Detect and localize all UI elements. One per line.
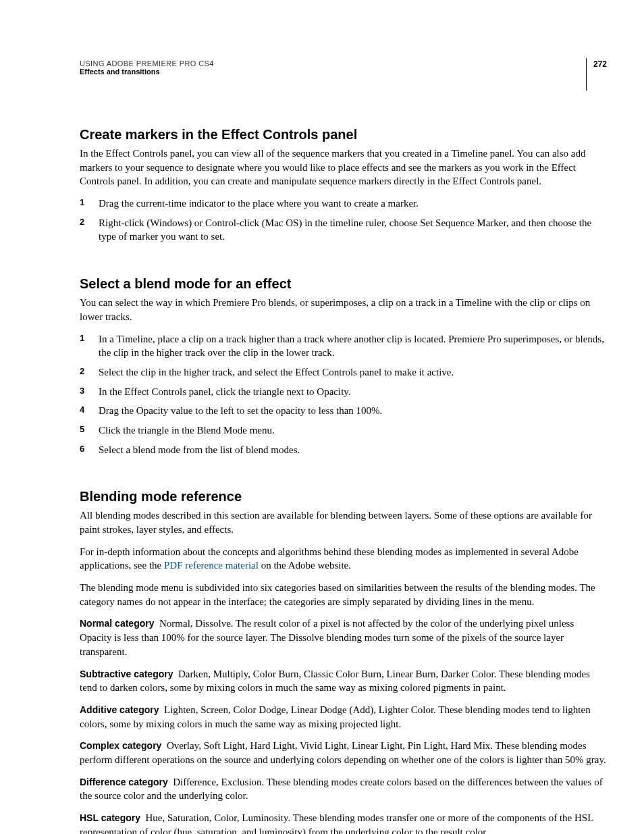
category-label: Difference category bbox=[80, 777, 168, 787]
heading-create-markers: Create markers in the Effect Controls pa… bbox=[80, 127, 607, 142]
pdf-reference-link[interactable]: PDF reference material bbox=[164, 560, 259, 571]
category-label: Normal category bbox=[80, 618, 154, 629]
section3-p3: The blending mode menu is subdivided int… bbox=[80, 581, 607, 608]
category-label: Subtractive category bbox=[80, 669, 173, 679]
doc-title: USING ADOBE PREMIERE PRO CS4 bbox=[80, 59, 214, 68]
header-left-block: USING ADOBE PREMIERE PRO CS4 Effects and… bbox=[80, 59, 214, 76]
list-item: In the Effect Controls panel, click the … bbox=[80, 385, 607, 399]
list-item: Drag the Opacity value to the left to se… bbox=[80, 404, 607, 418]
section3-p2: For in-depth information about the conce… bbox=[80, 545, 607, 573]
section1-steps: Drag the current-time indicator to the p… bbox=[80, 197, 607, 244]
list-item: Select the clip in the higher track, and… bbox=[80, 365, 607, 380]
heading-blending-reference: Blending mode reference bbox=[80, 489, 607, 504]
category-body: Hue, Saturation, Color, Luminosity. Thes… bbox=[80, 812, 593, 834]
list-item: Drag the current-time indicator to the p… bbox=[80, 197, 607, 211]
category-subtractive: Subtractive category Darken, Multiply, C… bbox=[80, 667, 607, 695]
category-additive: Additive category Lighten, Screen, Color… bbox=[80, 703, 607, 731]
category-hsl: HSL category Hue, Saturation, Color, Lum… bbox=[80, 811, 607, 834]
section1-intro: In the Effect Controls panel, you can vi… bbox=[80, 147, 607, 188]
page: USING ADOBE PREMIERE PRO CS4 Effects and… bbox=[0, 0, 644, 834]
list-item: Click the triangle in the Blend Mode men… bbox=[80, 423, 607, 438]
list-item: Right-click (Windows) or Control-click (… bbox=[80, 216, 607, 244]
category-label: Additive category bbox=[80, 704, 159, 715]
list-item: Select a blend mode from the list of ble… bbox=[80, 443, 607, 457]
category-normal: Normal category Normal, Dissolve. The re… bbox=[80, 617, 607, 658]
section3-p1: All blending modes described in this sec… bbox=[80, 509, 607, 536]
category-label: HSL category bbox=[80, 812, 140, 823]
category-label: Complex category bbox=[80, 740, 161, 751]
list-item: In a Timeline, place a clip on a track h… bbox=[80, 332, 607, 360]
section2-intro: You can select the way in which Premiere… bbox=[80, 296, 607, 323]
p2-after: on the Adobe website. bbox=[259, 560, 351, 571]
category-body: Normal, Dissolve. The result color of a … bbox=[80, 618, 574, 656]
category-complex: Complex category Overlay, Soft Light, Ha… bbox=[80, 739, 607, 766]
page-number: 272 bbox=[586, 58, 607, 90]
section2-steps: In a Timeline, place a clip on a track h… bbox=[80, 332, 607, 457]
category-difference: Difference category Difference, Exclusio… bbox=[80, 775, 607, 803]
doc-section: Effects and transitions bbox=[80, 68, 214, 76]
page-header: USING ADOBE PREMIERE PRO CS4 Effects and… bbox=[80, 59, 607, 90]
heading-select-blend-mode: Select a blend mode for an effect bbox=[80, 276, 607, 292]
